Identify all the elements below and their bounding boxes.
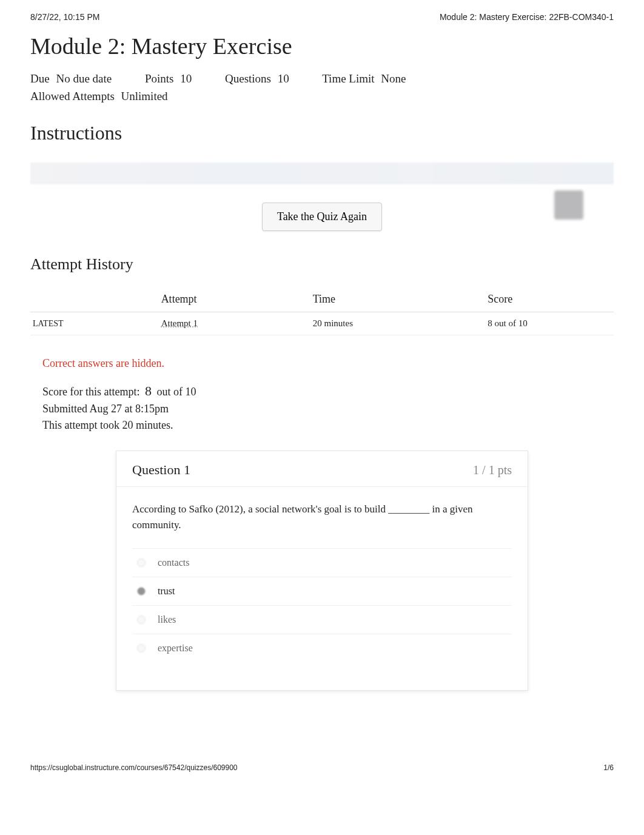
time-limit-value: None: [381, 72, 406, 85]
answer-option: trust: [132, 577, 512, 605]
question-points: 1 / 1 pts: [473, 463, 512, 477]
print-timestamp: 8/27/22, 10:15 PM: [30, 12, 99, 22]
row-score: 8 out of 10: [485, 312, 614, 335]
question-body: According to Safko (2012), a social netw…: [116, 487, 528, 690]
instructions-title: Instructions: [30, 122, 614, 144]
answer-list: contacts trust likes expertise: [132, 548, 512, 662]
attempt-history-table: Attempt Time Score LATEST Attempt 1 20 m…: [30, 287, 614, 335]
answer-label: contacts: [158, 557, 189, 568]
allowed-attempts-label: Allowed Attempts: [30, 90, 115, 102]
attempt-link[interactable]: Attempt 1: [161, 318, 198, 328]
row-status: LATEST: [30, 312, 159, 335]
col-attempt: Attempt: [159, 287, 310, 312]
question-title: Question 1: [132, 462, 190, 478]
answer-label: likes: [158, 614, 176, 625]
time-limit-label: Time Limit: [322, 72, 374, 85]
answer-option: contacts: [132, 548, 512, 577]
answer-label: trust: [158, 586, 175, 596]
quiz-meta: Due No due date Points 10 Questions 10 T…: [30, 70, 614, 105]
answer-option: expertise: [132, 634, 512, 662]
radio-icon: [137, 587, 146, 595]
points-value: 10: [180, 72, 192, 85]
score-value: 8: [145, 383, 152, 398]
print-header: 8/27/22, 10:15 PM Module 2: Mastery Exer…: [30, 12, 614, 22]
answer-label: expertise: [158, 643, 193, 653]
questions-label: Questions: [225, 72, 271, 85]
print-footer: https://csuglobal.instructure.com/course…: [30, 763, 614, 772]
table-header-row: Attempt Time Score: [30, 287, 614, 312]
due-label: Due: [30, 72, 50, 85]
blurred-content: [30, 163, 614, 184]
score-label: Score for this attempt:: [42, 386, 139, 398]
col-blank: [30, 287, 159, 312]
allowed-attempts-value: Unlimited: [121, 90, 168, 102]
footer-page: 1/6: [603, 763, 614, 772]
score-out-of: out of 10: [156, 386, 196, 398]
attempt-duration: This attempt took 20 minutes.: [42, 417, 614, 434]
blurred-icon: [554, 190, 583, 220]
answer-option: likes: [132, 605, 512, 634]
radio-icon: [137, 558, 146, 567]
questions-value: 10: [278, 72, 289, 85]
radio-icon: [137, 615, 146, 624]
question-header: Question 1 1 / 1 pts: [116, 451, 528, 487]
print-doc-title: Module 2: Mastery Exercise: 22FB-COM340-…: [440, 12, 614, 22]
question-text: According to Safko (2012), a social netw…: [132, 501, 512, 532]
score-info: Score for this attempt: 8 out of 10 Subm…: [42, 381, 614, 434]
take-quiz-again-button[interactable]: Take the Quiz Again: [262, 203, 382, 231]
attempt-history-title: Attempt History: [30, 255, 614, 273]
due-value: No due date: [56, 72, 112, 85]
col-score: Score: [485, 287, 614, 312]
question-card: Question 1 1 / 1 pts According to Safko …: [116, 451, 528, 691]
correct-answers-hidden-notice: Correct answers are hidden.: [42, 357, 614, 370]
col-time: Time: [310, 287, 486, 312]
points-label: Points: [145, 72, 174, 85]
footer-url: https://csuglobal.instructure.com/course…: [30, 763, 238, 772]
page-title: Module 2: Mastery Exercise: [30, 33, 614, 59]
radio-icon: [137, 644, 146, 652]
row-time: 20 minutes: [310, 312, 486, 335]
submitted-time: Submitted Aug 27 at 8:15pm: [42, 401, 614, 417]
table-row: LATEST Attempt 1 20 minutes 8 out of 10: [30, 312, 614, 335]
row-attempt[interactable]: Attempt 1: [159, 312, 310, 335]
